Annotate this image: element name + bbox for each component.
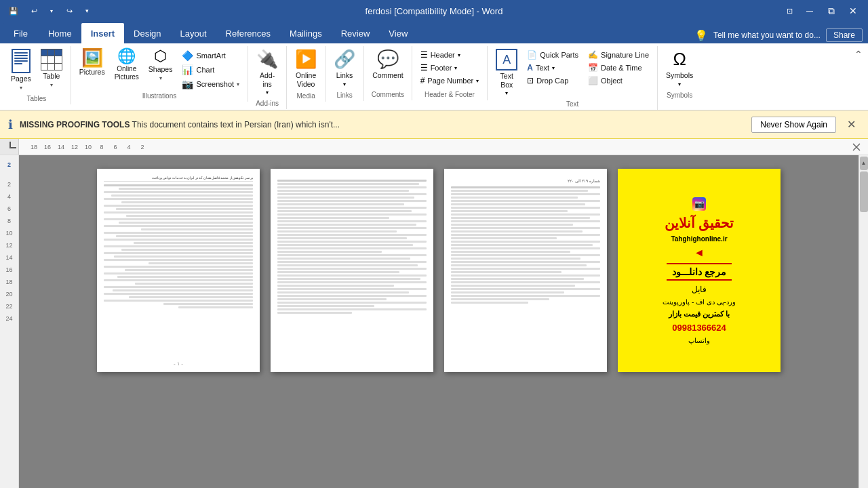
- document-page-3[interactable]: شماره ۲۱۹ الی ۲۲۰: [444, 169, 607, 372]
- ribbon-tabs: File Home Insert Design Layout Reference…: [0, 22, 868, 43]
- wordart-button[interactable]: A Text ▾: [523, 62, 583, 74]
- save-button[interactable]: 💾: [5, 3, 22, 19]
- restore-button[interactable]: ⧉: [822, 1, 841, 20]
- table-dropdown[interactable]: ▾: [50, 82, 53, 88]
- ribbon-group-comments: 💬 Comment Comments: [364, 46, 412, 100]
- pages-dropdown[interactable]: ▾: [20, 85, 22, 91]
- tab-layout[interactable]: Layout: [171, 23, 216, 43]
- document-area[interactable]: بر سر نکوهش از محمد فاضل نشان که در ایرا…: [19, 155, 859, 488]
- ribbon-group-links: 🔗 Links ▾ Links: [326, 46, 364, 101]
- online-pictures-button[interactable]: 🌐 OnlinePictures: [111, 46, 143, 84]
- page-number-button[interactable]: # Page Number ▾: [416, 75, 484, 87]
- undo-button[interactable]: ↩: [26, 3, 42, 19]
- page-num-10: 10: [5, 227, 12, 239]
- window-title: ferdosi [Compatibility Mode] - Word: [366, 6, 503, 16]
- tab-view[interactable]: View: [379, 23, 417, 43]
- ribbon-group-header-footer: ☰ Header ▾ ☰ Footer ▾ # Page Number ▾ He…: [412, 46, 488, 100]
- document-page-1[interactable]: بر سر نکوهش از محمد فاضل نشان که در ایرا…: [97, 169, 260, 372]
- tables-group-label: Tables: [7, 94, 66, 104]
- ad-ref-label: مرجع دانلـــود: [667, 263, 732, 281]
- screenshot-dropdown[interactable]: ▾: [237, 81, 239, 87]
- comment-icon: 💬: [377, 49, 399, 70]
- page2-content: [277, 176, 427, 314]
- undo-dropdown[interactable]: ▾: [43, 3, 60, 19]
- links-button[interactable]: 🔗 Links ▾: [330, 46, 359, 90]
- document-page-2[interactable]: [271, 169, 433, 372]
- chart-label: Chart: [196, 66, 214, 74]
- ribbon-group-symbols: Ω Symbols ▾ Symbols: [658, 46, 701, 101]
- addins-icon: 🔌: [256, 49, 278, 70]
- document-page-4-ad[interactable]: 📷 تحقیق آنلاین Tahghighonline.ir ◄ مرجع …: [618, 169, 781, 372]
- tab-insert[interactable]: Insert: [81, 23, 124, 43]
- ruler-mark-12: 12: [68, 144, 81, 150]
- chevron-up-icon: ⌃: [854, 49, 863, 60]
- document-grid: بر سر نکوهش از محمد فاضل نشان که در ایرا…: [97, 169, 781, 488]
- minimize-button[interactable]: ─: [800, 1, 819, 20]
- share-button[interactable]: Share: [826, 28, 863, 42]
- smartart-button[interactable]: 🔷 SmartArt: [178, 49, 243, 62]
- object-button[interactable]: ⬜ Object: [584, 75, 653, 87]
- tab-home[interactable]: Home: [39, 23, 81, 43]
- datetime-label: Date & Time: [601, 64, 642, 72]
- header-footer-group-label: Header & Footer: [416, 89, 484, 100]
- help-icon[interactable]: ⊡: [781, 3, 797, 19]
- tab-design[interactable]: Design: [124, 23, 170, 43]
- addins-button[interactable]: 🔌 Add-ins ▾: [252, 46, 282, 98]
- page-number-dropdown[interactable]: ▾: [476, 78, 479, 84]
- scroll-thumb[interactable]: [860, 171, 868, 212]
- ruler-close-button[interactable]: [852, 142, 861, 154]
- comment-button[interactable]: 💬 Comment: [368, 46, 408, 83]
- signature-button[interactable]: ✍ Signature Line: [584, 49, 653, 61]
- wordart-dropdown[interactable]: ▾: [552, 65, 555, 71]
- datetime-button[interactable]: 📅 Date & Time: [584, 62, 653, 74]
- notification-close-button[interactable]: ✕: [843, 117, 860, 132]
- footer-button[interactable]: ☰ Footer ▾: [416, 62, 484, 74]
- ad-url: Tahghighonline.ir: [671, 235, 727, 243]
- tell-me-input[interactable]: Tell me what you want to do...: [713, 30, 821, 40]
- page1-header: بر سر نکوهش از محمد فاضل نشان که در ایرا…: [104, 176, 253, 182]
- close-button[interactable]: ✕: [844, 1, 863, 20]
- addins-group-label: Add-ins: [252, 98, 282, 109]
- links-dropdown[interactable]: ▾: [343, 81, 346, 87]
- ruler-markings: 18 16 14 12 10 8 6 4 2: [20, 144, 149, 150]
- online-video-button[interactable]: ▶️ OnlineVideo: [291, 46, 321, 91]
- tab-review[interactable]: Review: [332, 23, 380, 43]
- addins-dropdown[interactable]: ▾: [266, 89, 269, 96]
- symbols-button[interactable]: Ω Symbols ▾: [662, 46, 697, 90]
- symbols-group-label: Symbols: [662, 90, 697, 101]
- ad-arrow-icon: ◄: [694, 247, 705, 259]
- header-dropdown[interactable]: ▾: [458, 52, 460, 58]
- tab-references[interactable]: References: [216, 23, 280, 43]
- symbols-dropdown[interactable]: ▾: [678, 81, 681, 87]
- customize-button[interactable]: ▾: [79, 3, 95, 19]
- ribbon-collapse-button[interactable]: ⌃: [852, 46, 865, 62]
- textbox-button[interactable]: A TextBox ▾: [492, 46, 521, 99]
- footer-dropdown[interactable]: ▾: [454, 65, 457, 71]
- textbox-dropdown[interactable]: ▾: [505, 90, 508, 96]
- redo-button[interactable]: ↪: [61, 3, 77, 19]
- never-show-again-button[interactable]: Never Show Again: [751, 117, 836, 133]
- scroll-up-button[interactable]: ▲: [860, 157, 868, 170]
- chart-button[interactable]: 📊 Chart: [178, 63, 243, 77]
- page-num-14: 14: [5, 251, 12, 264]
- ruler-mark-8: 8: [95, 144, 108, 150]
- quick-parts-icon: 📄: [527, 50, 537, 60]
- shapes-button[interactable]: ⬡ Shapes ▾: [144, 46, 177, 84]
- dropcap-button[interactable]: ⊡ Drop Cap: [523, 75, 583, 87]
- screenshot-button[interactable]: 📷 Screenshot ▾: [178, 77, 243, 91]
- pages-button[interactable]: Pages ▾: [7, 46, 35, 94]
- right-scrollbar[interactable]: ▲: [859, 155, 868, 488]
- shapes-dropdown[interactable]: ▾: [159, 75, 162, 81]
- pictures-button[interactable]: 🖼️ Pictures: [75, 46, 109, 79]
- tell-me-icon[interactable]: 💡: [694, 29, 708, 42]
- quick-parts-button[interactable]: 📄 Quick Parts: [523, 49, 583, 61]
- datetime-icon: 📅: [588, 63, 598, 73]
- table-button[interactable]: Table ▾: [37, 46, 66, 91]
- header-button[interactable]: ☰ Header ▾: [416, 49, 484, 61]
- shapes-icon: ⬡: [154, 49, 167, 64]
- ruler-tab-selector[interactable]: [9, 142, 16, 148]
- ribbon: Pages ▾ Table ▾ Tables 🖼️ Pictures: [0, 43, 868, 110]
- tab-mailings[interactable]: Mailings: [280, 23, 332, 43]
- symbols-icon: Ω: [673, 49, 686, 70]
- tab-file[interactable]: File: [3, 23, 39, 43]
